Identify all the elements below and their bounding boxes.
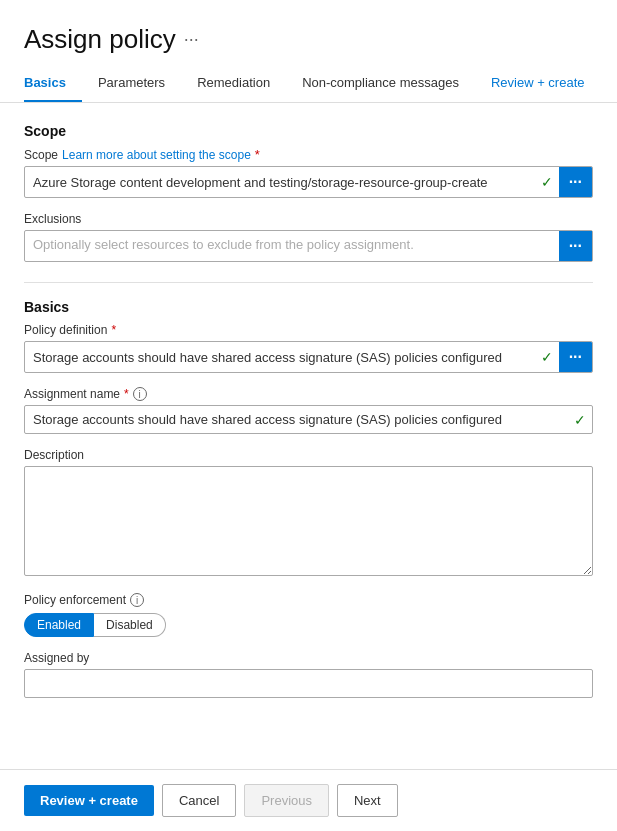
assigned-by-label: Assigned by	[24, 651, 593, 665]
basics-section: Basics Policy definition * Storage accou…	[24, 299, 593, 718]
page-title: Assign policy	[24, 24, 176, 55]
scope-section: Scope Scope Learn more about setting the…	[24, 123, 593, 262]
scope-input-row: Azure Storage content development and te…	[24, 166, 593, 198]
section-divider	[24, 282, 593, 283]
tab-non-compliance[interactable]: Non-compliance messages	[302, 67, 475, 102]
scope-required-star: *	[255, 147, 260, 162]
scope-link[interactable]: Learn more about setting the scope	[62, 148, 251, 162]
assignment-name-value: Storage accounts should have shared acce…	[25, 406, 568, 433]
policy-definition-input-row: Storage accounts should have shared acce…	[24, 341, 593, 373]
assignment-check-icon: ✓	[568, 412, 592, 428]
scope-label: Scope	[24, 148, 58, 162]
exclusions-label: Exclusions	[24, 212, 593, 226]
cancel-button[interactable]: Cancel	[162, 784, 236, 817]
policy-definition-value: Storage accounts should have shared acce…	[25, 344, 535, 371]
assigned-by-input[interactable]	[24, 669, 593, 698]
basics-section-title: Basics	[24, 299, 593, 315]
previous-button: Previous	[244, 784, 329, 817]
policy-definition-label: Policy definition *	[24, 323, 593, 337]
policy-definition-browse-button[interactable]: ···	[559, 342, 592, 372]
policy-enforcement-label: Policy enforcement i	[24, 593, 593, 607]
next-button[interactable]: Next	[337, 784, 398, 817]
review-create-button[interactable]: Review + create	[24, 785, 154, 816]
tab-remediation[interactable]: Remediation	[197, 67, 286, 102]
scope-label-row: Scope Learn more about setting the scope…	[24, 147, 593, 162]
policy-required-star: *	[111, 323, 116, 337]
exclusions-placeholder[interactable]: Optionally select resources to exclude f…	[25, 231, 559, 261]
exclusions-input-row: Optionally select resources to exclude f…	[24, 230, 593, 262]
toggle-disabled-button[interactable]: Disabled	[94, 613, 166, 637]
scope-check-icon: ✓	[535, 174, 559, 190]
assignment-name-info-icon[interactable]: i	[133, 387, 147, 401]
assignment-name-input-row: Storage accounts should have shared acce…	[24, 405, 593, 434]
assignment-name-required-star: *	[124, 387, 129, 401]
scope-browse-button[interactable]: ···	[559, 167, 592, 197]
description-textarea[interactable]	[24, 466, 593, 576]
scope-value: Azure Storage content development and te…	[25, 169, 535, 196]
header: Assign policy ···	[0, 0, 617, 67]
page-container: Assign policy ··· Basics Parameters Reme…	[0, 0, 617, 831]
tab-basics[interactable]: Basics	[24, 67, 82, 102]
enforcement-toggle-row: Enabled Disabled	[24, 613, 593, 637]
toggle-enabled-button[interactable]: Enabled	[24, 613, 94, 637]
footer-bar: Review + create Cancel Previous Next	[0, 769, 617, 831]
exclusions-browse-button[interactable]: ···	[559, 231, 592, 261]
assignment-name-label: Assignment name * i	[24, 387, 593, 401]
content-area: Scope Scope Learn more about setting the…	[0, 103, 617, 769]
policy-enforcement-info-icon[interactable]: i	[130, 593, 144, 607]
tab-review-create[interactable]: Review + create	[491, 67, 601, 102]
description-label: Description	[24, 448, 593, 462]
scope-section-title: Scope	[24, 123, 593, 139]
tabs-bar: Basics Parameters Remediation Non-compli…	[0, 67, 617, 103]
policy-check-icon: ✓	[535, 349, 559, 365]
tab-parameters[interactable]: Parameters	[98, 67, 181, 102]
more-options-icon[interactable]: ···	[184, 29, 199, 50]
